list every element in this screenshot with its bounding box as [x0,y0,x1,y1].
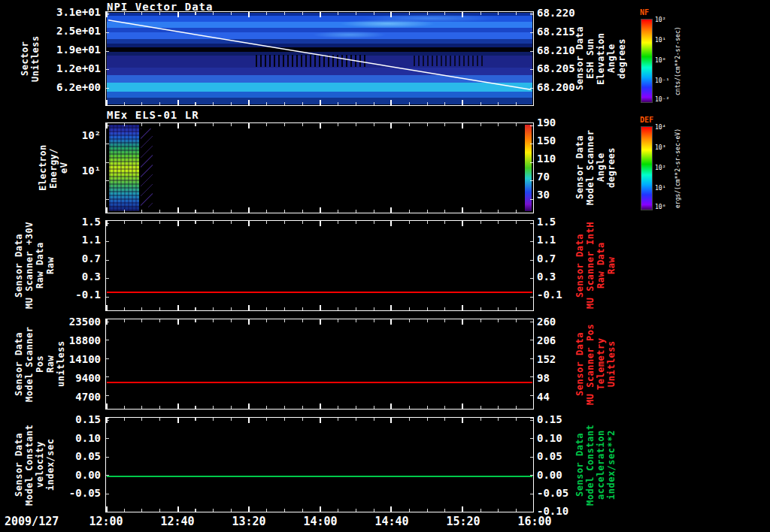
panel3-ytick-left: 0.7 [50,252,101,264]
mu-scanner-raw-line [107,292,532,293]
panel4-ytick-left: 18800 [50,334,101,346]
panel4-ytick-left: 9400 [50,372,101,384]
nf-colorbar-name: NF [640,8,649,17]
npi-spectrogram-image [107,13,532,104]
nf-colorbar-tick: 10⁻² [655,96,676,103]
panel3-line-plot [105,220,534,311]
x-axis-tick: 15:20 [444,515,482,528]
x-axis-tick: 16:00 [516,515,553,528]
nf-colorbar-tick: 10⁰ [655,57,676,64]
panel1-left-axis-label: Sector Unitless [20,11,44,106]
els-data-burst-start [109,125,139,211]
def-colorbar [641,126,653,210]
panel3-right-axis-label: Sensor Data MU Scanner IntH Raw Data Raw [574,220,618,311]
major-ticks [106,404,533,409]
y-ticks [106,418,109,512]
panel5-ytick-left: -0.05 [50,487,101,499]
major-ticks [106,221,533,226]
minor-ticks [106,319,533,322]
panel2-ytick-left: 10² [50,129,101,141]
major-ticks [106,319,533,325]
major-ticks [106,305,533,310]
panel2-right-axis-label: Sensor Data Model Scanner Angle degrees [574,120,618,215]
panel3-ytick-left: 1.1 [50,234,101,246]
x-axis-tick: 14:40 [373,515,411,528]
panel3-ytick-left: 0.3 [50,271,101,283]
y-ticks [106,319,109,409]
major-ticks [106,418,533,423]
scanner-pos-line [107,382,532,383]
x-axis-date: 2009/127 [5,515,59,528]
panel1-ytick-left: 2.5e+01 [50,25,101,37]
panel2-ytick-left: 10¹ [50,165,101,177]
minor-ticks [106,307,533,310]
panel4-ytick-left: 14100 [50,353,101,365]
panel5-ytick-left: 0.10 [50,432,101,444]
panel5-ytick-left: 0.00 [50,469,101,481]
panel1-right-axis-label: Sensor Data ESH Sun Elevation Angle degr… [574,11,618,106]
els-speckle [141,128,153,207]
panel5-line-plot [105,417,534,512]
els-spectrogram-image [107,124,532,212]
def-colorbar-tick: 10¹ [655,185,676,192]
y-ticks [530,221,533,310]
x-axis-tick: 13:20 [230,515,268,528]
nf-colorbar-tick: 10⁻¹ [655,77,676,84]
nf-colorbar-tick: 10¹ [655,37,676,44]
panel3-ytick-left: 1.5 [50,216,101,228]
plot-screen: NPI Vector Data Sector Unitless 3.1e+01 … [0,0,770,532]
nf-colorbar [641,19,653,103]
minor-ticks [106,221,533,224]
nf-colorbar-tick: 10² [655,17,676,23]
panel4-ytick-left: 4700 [50,391,101,403]
def-colorbar-name: DEF [640,116,653,124]
panel1-ytick-left: 1.2e+01 [50,62,101,74]
y-ticks [106,221,109,310]
minor-ticks [106,406,533,409]
y-ticks [530,319,533,409]
panel5-ytick-left: 0.15 [50,413,101,425]
panel4-ytick-left: 23500 [50,316,101,328]
minor-ticks [106,509,533,512]
def-colorbar-tick: 10⁴ [655,124,676,131]
def-colorbar-tick: 10⁰ [655,204,676,210]
x-axis-tick: 12:40 [159,515,196,528]
panel5-ytick-left: 0.05 [50,450,101,462]
panel3-ytick-left: -0.1 [50,289,101,301]
def-colorbar-tick: 10³ [655,144,676,151]
panel1-ytick-left: 3.1e+01 [50,6,101,18]
def-colorbar-tick: 10² [655,165,676,171]
x-axis-tick: 12:00 [87,515,125,528]
panel1-spectrogram [105,11,534,106]
panel1-ytick-left: 1.9e+01 [50,44,101,56]
panel5-right-axis-label: Sensor Data Model Constant acceleration … [574,417,618,512]
def-colorbar-units: ergs/(cm**2-sr-sec-eV) [675,126,684,210]
model-constant-velocity-line [107,476,532,477]
panel2-spectrogram [105,122,534,213]
panel1-ytick-left: 6.2e+00 [50,81,101,93]
els-data-strip-end [525,125,532,211]
sun-elevation-overlay-line [107,13,532,104]
minor-ticks [106,418,533,421]
panel2-title: MEx ELS-01 LR [107,109,199,121]
panel4-line-plot [105,319,534,410]
nf-colorbar-units: cnts/(cm**2-sr-sec) [675,19,684,103]
x-axis-tick: 14:00 [302,515,339,528]
y-ticks [530,418,533,512]
major-ticks [106,506,533,512]
panel4-right-axis-label: Sensor Data MU Scanner Pos Telemetry Uni… [574,319,618,410]
